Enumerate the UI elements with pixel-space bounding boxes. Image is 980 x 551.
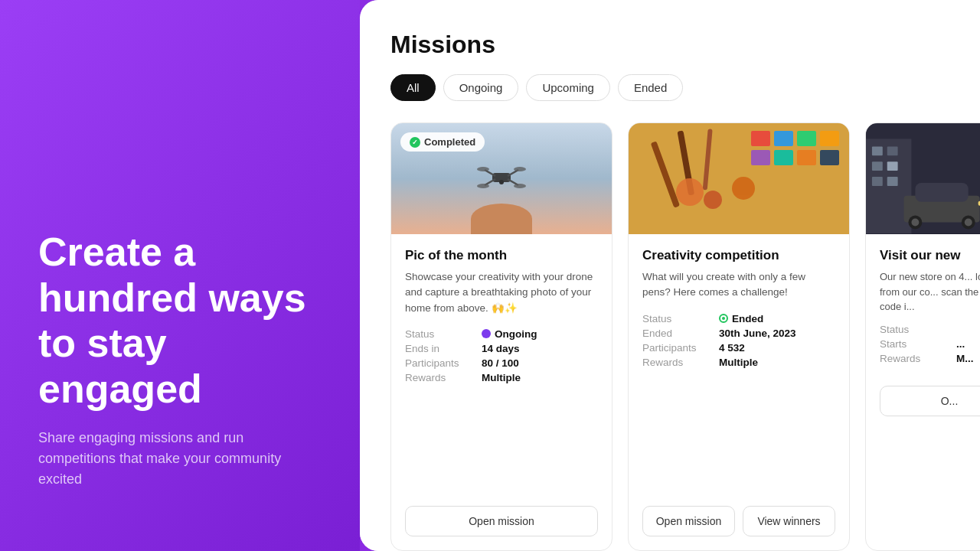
stat-row-ends: Ends in 14 days: [405, 343, 598, 354]
card1-stats: Status Ongoing Ends in 14 days Participa…: [405, 328, 598, 383]
stat-label-starts: Starts: [880, 338, 956, 350]
stat-label-rewards: Rewards: [405, 372, 482, 383]
svg-point-5: [477, 167, 489, 171]
svg-rect-24: [820, 150, 839, 165]
stat-value-participants: 80 / 100: [482, 357, 519, 369]
stat-row-ended: Ended 30th June, 2023: [642, 328, 835, 339]
stat-row-status: Status Ongoing: [405, 328, 598, 340]
mission-card-2: Creativity competition What will you cre…: [628, 122, 850, 551]
stat-value-participants2: 4 532: [719, 342, 745, 354]
stat-row-participants2: Participants 4 532: [642, 342, 835, 354]
card1-title: Pic of the month: [405, 248, 598, 263]
stat-value-status2: Ended: [719, 313, 763, 324]
svg-rect-27: [872, 146, 883, 155]
svg-rect-31: [872, 177, 883, 186]
status-ended-icon: [719, 314, 728, 323]
stat-row-starts: Starts ...: [880, 338, 980, 350]
svg-rect-20: [820, 131, 839, 146]
hand-shape: [471, 204, 532, 234]
svg-point-36: [911, 219, 919, 227]
cards-row: ✓ Completed Pic of the month Showcase yo…: [390, 122, 949, 551]
card2-actions: Open mission View winners: [629, 506, 849, 550]
stat-value-rewards3: M...: [956, 353, 974, 364]
open-mission-button-1[interactable]: Open mission: [405, 506, 598, 536]
card1-description: Showcase your creativity with your drone…: [405, 269, 598, 316]
card2-image: [629, 123, 849, 234]
svg-point-7: [477, 184, 489, 188]
card2-description: What will you create with only a few pen…: [642, 269, 835, 301]
status-ended-text: Ended: [732, 313, 763, 324]
stat-row-status2: Status Ended: [642, 313, 835, 324]
mission-card-1: ✓ Completed Pic of the month Showcase yo…: [390, 122, 612, 551]
card3-title: Visit our new: [880, 248, 980, 263]
open-mission-button-2[interactable]: Open mission: [642, 506, 735, 536]
svg-point-14: [676, 178, 704, 206]
stat-value-ended: 30th June, 2023: [719, 328, 796, 339]
card2-body: Creativity competition What will you cre…: [629, 234, 849, 506]
completed-label: Completed: [424, 136, 475, 148]
svg-point-38: [965, 219, 972, 227]
left-panel: Create a hundred ways to stay engaged Sh…: [0, 0, 360, 551]
card2-stats: Status Ended Ended 30th June, 2023 Parti…: [642, 313, 835, 368]
stat-value-rewards: Multiple: [482, 372, 521, 383]
stat-label-status3: Status: [880, 324, 956, 335]
right-panel: Missions All Ongoing Upcoming Ended: [360, 0, 980, 551]
svg-point-8: [514, 184, 526, 188]
stat-value-status: Ongoing: [482, 328, 537, 340]
stat-row-participants: Participants 80 / 100: [405, 357, 598, 369]
svg-rect-29: [872, 161, 883, 171]
stat-row-rewards3: Rewards M...: [880, 353, 980, 364]
svg-point-6: [514, 167, 526, 171]
svg-rect-19: [797, 131, 816, 146]
card3-description: Our new store on 4... loving from our co…: [880, 269, 980, 315]
svg-rect-28: [887, 146, 898, 155]
art-supplies-icon: [629, 123, 849, 234]
stat-value-rewards2: Multiple: [719, 357, 758, 368]
completed-dot-icon: ✓: [410, 137, 420, 148]
card3-stats: Status Starts ... Rewards M...: [880, 324, 980, 364]
stat-label-status: Status: [405, 328, 482, 340]
stat-value-starts: ...: [956, 338, 965, 350]
stat-value-ends: 14 days: [482, 343, 520, 354]
svg-rect-21: [751, 150, 770, 165]
stat-row-status3: Status: [880, 324, 980, 335]
card2-title: Creativity competition: [642, 248, 835, 263]
stat-row-rewards: Rewards Multiple: [405, 372, 598, 383]
svg-rect-18: [774, 131, 793, 146]
stat-label-participants: Participants: [405, 357, 482, 369]
svg-point-9: [499, 180, 504, 184]
card1-actions: Open mission: [391, 506, 612, 550]
filter-tab-ended[interactable]: Ended: [618, 74, 683, 101]
hero-subtitle: Share engaging missions and run competit…: [38, 428, 322, 490]
filter-tab-ongoing[interactable]: Ongoing: [443, 74, 519, 101]
stat-label-rewards3: Rewards: [880, 353, 956, 364]
svg-rect-32: [887, 177, 898, 186]
svg-rect-22: [774, 150, 793, 165]
status-ongoing-icon: [482, 329, 491, 338]
mission-card-3: Visit our new Our new store on 4... lovi…: [865, 122, 980, 551]
filter-tabs: All Ongoing Upcoming Ended: [390, 74, 949, 101]
completed-badge: ✓ Completed: [400, 132, 485, 152]
stat-label-ends: Ends in: [405, 343, 482, 354]
svg-rect-30: [887, 161, 898, 171]
svg-point-15: [704, 191, 722, 209]
right-inner: Missions All Ongoing Upcoming Ended: [360, 0, 980, 551]
svg-point-16: [732, 177, 755, 200]
stat-label-ended: Ended: [642, 328, 719, 339]
view-winners-button[interactable]: View winners: [743, 506, 835, 536]
card1-body: Pic of the month Showcase your creativit…: [391, 234, 612, 506]
filter-tab-all[interactable]: All: [390, 74, 436, 101]
card3-image: [866, 123, 980, 234]
svg-rect-34: [915, 183, 968, 202]
card1-image: ✓ Completed: [391, 123, 612, 234]
stat-label-rewards2: Rewards: [642, 357, 719, 368]
svg-rect-23: [797, 150, 816, 165]
car-city-icon: [866, 123, 980, 234]
card3-actions: O...: [866, 377, 980, 430]
stat-label-status2: Status: [642, 313, 719, 324]
svg-rect-17: [751, 131, 770, 146]
open-mission-button-3[interactable]: O...: [880, 386, 980, 416]
hero-title: Create a hundred ways to stay engaged: [38, 230, 322, 412]
status-ongoing-text: Ongoing: [495, 328, 537, 340]
filter-tab-upcoming[interactable]: Upcoming: [526, 74, 610, 101]
